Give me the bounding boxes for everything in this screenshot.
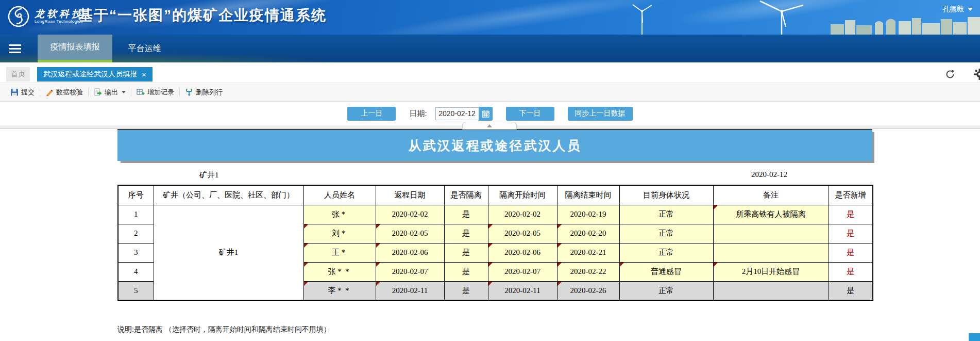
cell-health-status[interactable]: 正常 xyxy=(619,224,713,243)
calendar-icon xyxy=(482,110,489,118)
tab-label: 武汉返程或途经武汉人员填报 xyxy=(43,70,137,79)
delete-rows-button[interactable]: 删除列行 xyxy=(180,88,228,97)
submit-button[interactable]: 提交 xyxy=(5,88,40,97)
cell-isolation-start[interactable]: 2020-02-05 xyxy=(488,224,557,243)
date-input[interactable] xyxy=(435,107,479,120)
cell-return-date[interactable]: 2020-02-02 xyxy=(376,205,444,224)
comment-marker xyxy=(557,282,562,286)
comment-marker xyxy=(557,263,562,267)
cell-isolation-end[interactable]: 2020-02-22 xyxy=(557,262,619,281)
cell-health-status[interactable]: 普通感冒 xyxy=(619,262,713,281)
cell-remark[interactable]: 所乘高铁有人被隔离 xyxy=(713,205,829,224)
tab-wuhan-return-report[interactable]: 武汉返程或途经武汉人员填报 × xyxy=(37,67,153,82)
cell-is-new[interactable]: 是 xyxy=(829,224,873,243)
refresh-icon[interactable] xyxy=(945,69,955,79)
sheet-table-body: 1矿井1张＊2020-02-02是2020-02-022020-02-19正常所… xyxy=(118,205,873,300)
validate-data-button[interactable]: 数据校验 xyxy=(40,88,88,97)
comment-marker xyxy=(304,282,308,286)
header-row: 序号矿井（公司、厂、医院、社区、部门）人员姓名返程日期是否隔离隔离开始时间隔离结… xyxy=(118,185,873,205)
cell-return-date[interactable]: 2020-02-07 xyxy=(376,262,444,281)
tab-home[interactable]: 首页 xyxy=(6,67,30,82)
close-icon[interactable]: × xyxy=(142,71,146,78)
cell-isolation-end[interactable]: 2020-02-19 xyxy=(557,205,619,224)
tool-label: 删除列行 xyxy=(196,88,223,97)
column-header: 隔离结束时间 xyxy=(557,185,619,205)
delete-rows-icon xyxy=(185,88,193,96)
add-record-button[interactable]: 增加记录 xyxy=(131,88,179,97)
sync-previous-day-button[interactable]: 同步上一日数据 xyxy=(568,107,633,121)
cell-isolation-start[interactable]: 2020-02-07 xyxy=(488,262,557,281)
cell-return-date[interactable]: 2020-02-05 xyxy=(376,224,444,243)
cell-health-status[interactable]: 正常 xyxy=(619,205,713,224)
cell-return-date[interactable]: 2020-02-06 xyxy=(376,243,444,262)
cell-health-status[interactable]: 正常 xyxy=(619,243,713,262)
sheet-title-banner: 从武汉返程或途径武汉人员 xyxy=(117,129,872,161)
calendar-button[interactable] xyxy=(479,107,493,121)
cell-health-status[interactable]: 正常 xyxy=(619,281,713,300)
wind-turbine-icon xyxy=(622,3,662,35)
cell-person-name[interactable]: 王＊ xyxy=(303,243,376,262)
comment-marker xyxy=(620,263,624,267)
comment-marker xyxy=(376,263,380,267)
cell-remark[interactable] xyxy=(713,281,829,300)
corner-widget[interactable] xyxy=(969,333,980,341)
cell-seq[interactable]: 3 xyxy=(118,243,154,262)
cell-person-name[interactable]: 张＊ xyxy=(303,205,376,224)
nav-tab-platform-ops[interactable]: 平台运维 xyxy=(112,35,177,62)
comment-marker xyxy=(304,243,308,248)
prev-day-button[interactable]: 上一日 xyxy=(347,107,396,121)
column-header: 备注 xyxy=(713,185,829,205)
cell-is-new[interactable]: 是 xyxy=(829,205,873,224)
column-header: 矿井（公司、厂、医院、社区、部门） xyxy=(154,185,303,205)
cell-isolation-end[interactable]: 2020-02-26 xyxy=(557,281,619,300)
mine-label: 矿井1 xyxy=(199,170,219,180)
user-menu[interactable]: 孔德毅 xyxy=(942,5,973,14)
tool-label: 增加记录 xyxy=(147,88,174,97)
tool-label: 输出 xyxy=(105,88,118,97)
cell-isolation-start[interactable]: 2020-02-11 xyxy=(488,281,557,300)
cell-is-new[interactable]: 是 xyxy=(829,281,873,300)
dragon-logo-icon xyxy=(7,5,30,28)
cell-isolation-start[interactable]: 2020-02-02 xyxy=(488,205,557,224)
comment-marker xyxy=(714,205,718,209)
cell-is-new[interactable]: 是 xyxy=(829,262,873,281)
cell-person-name[interactable]: 刘＊ xyxy=(303,224,376,243)
nav-tab-epidemic-report[interactable]: 疫情报表填报 xyxy=(38,35,112,62)
company-logo: 龙软科技 LongRuan Technologies xyxy=(7,5,84,28)
app-header: 龙软科技 LongRuan Technologies 基于“一张图”的煤矿企业疫… xyxy=(0,0,980,35)
menu-icon[interactable] xyxy=(9,44,21,53)
export-icon xyxy=(94,88,102,96)
cell-seq[interactable]: 4 xyxy=(118,262,154,281)
cell-mine[interactable]: 矿井1 xyxy=(154,205,303,300)
next-day-button[interactable]: 下一日 xyxy=(506,107,554,121)
column-header: 隔离开始时间 xyxy=(488,185,557,205)
cell-isolation-end[interactable]: 2020-02-21 xyxy=(557,243,619,262)
cell-is-new[interactable]: 是 xyxy=(829,243,873,262)
cell-person-name[interactable]: 张＊＊ xyxy=(303,262,376,281)
sheet-table: 序号矿井（公司、厂、医院、社区、部门）人员姓名返程日期是否隔离隔离开始时间隔离结… xyxy=(117,185,873,301)
comment-marker xyxy=(488,224,493,229)
cell-return-date[interactable]: 2020-02-11 xyxy=(376,281,444,300)
export-button[interactable]: 输出 xyxy=(89,88,131,97)
collapse-panel-handle[interactable] xyxy=(462,122,517,129)
cell-person-name[interactable]: 李＊＊ xyxy=(303,281,376,300)
cell-isolation-start[interactable]: 2020-02-06 xyxy=(488,243,557,262)
cell-remark[interactable] xyxy=(713,224,829,243)
cell-remark[interactable] xyxy=(713,243,829,262)
cell-seq[interactable]: 5 xyxy=(118,281,154,300)
cell-isolated[interactable]: 是 xyxy=(444,224,488,243)
cell-isolation-end[interactable]: 2020-02-20 xyxy=(557,224,619,243)
validate-icon xyxy=(45,88,54,96)
cell-isolated[interactable]: 是 xyxy=(444,243,488,262)
chevron-down-icon xyxy=(122,91,126,93)
cell-seq[interactable]: 1 xyxy=(118,205,154,224)
cell-isolated[interactable]: 是 xyxy=(444,281,488,300)
cell-remark[interactable]: 2月10日开始感冒 xyxy=(713,262,829,281)
gear-icon[interactable] xyxy=(974,69,980,80)
comment-marker xyxy=(376,282,380,286)
cell-isolated[interactable]: 是 xyxy=(444,205,488,224)
cell-seq[interactable]: 2 xyxy=(118,224,154,243)
column-header: 序号 xyxy=(118,185,154,205)
cell-isolated[interactable]: 是 xyxy=(444,262,488,281)
wind-turbine-icon xyxy=(750,0,812,35)
